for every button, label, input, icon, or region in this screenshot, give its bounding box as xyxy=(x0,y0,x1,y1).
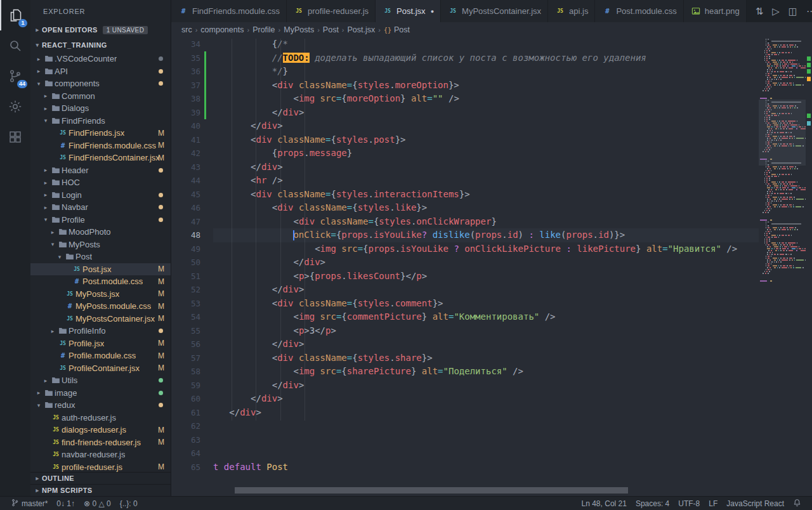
tree-item-navbar-reduser-js[interactable]: JSnavbar-reduser.js xyxy=(30,448,171,461)
code-line[interactable]: 34 {/* xyxy=(171,37,759,51)
minimap[interactable] xyxy=(759,37,812,496)
tree-item-dialogs-reduser-js[interactable]: JSdialogs-reduser.jsM xyxy=(30,424,171,436)
code-line[interactable]: 54 <img src={commentPicture} alt="Коммен… xyxy=(171,310,759,324)
line-number[interactable]: 42 xyxy=(171,147,200,160)
line-number[interactable]: 55 xyxy=(171,324,200,338)
tree-item-findfriendscontainer-jsx[interactable]: JSFindFriendsContainer.jsxM xyxy=(30,152,171,164)
tree-item-moodphoto[interactable]: ▸MoodPhoto xyxy=(30,226,171,239)
line-number[interactable]: 37 xyxy=(171,79,200,93)
line-number[interactable]: 48 xyxy=(171,228,200,242)
code-line[interactable]: 50 </div> xyxy=(171,256,759,270)
code-line[interactable]: 47 <div className={styles.onClickWrapper… xyxy=(171,215,759,229)
line-number[interactable]: 61 xyxy=(171,406,200,420)
tree-item-profile-module-css[interactable]: #Profile.module.cssM xyxy=(30,350,171,362)
branch-status[interactable]: master* xyxy=(6,499,52,509)
line-number[interactable]: 63 xyxy=(171,433,200,447)
breadcrumb-item[interactable]: MyPosts xyxy=(284,25,314,34)
eol[interactable]: LF xyxy=(704,499,722,508)
code-line[interactable]: 53 <div className={styles.comment}> xyxy=(171,297,759,311)
tree-item-post-jsx[interactable]: JSPost.jsxM xyxy=(30,263,171,276)
breadcrumb-item[interactable]: Post xyxy=(323,25,339,34)
line-number[interactable]: 44 xyxy=(171,174,200,188)
tree-item-find-friends-reduser-js[interactable]: JSfind-friends-reduser.jsM xyxy=(30,436,171,449)
line-number[interactable]: 51 xyxy=(171,270,200,284)
horizontal-scrollbar[interactable] xyxy=(235,487,628,494)
tree-item-login[interactable]: ▸Login xyxy=(30,189,171,202)
line-number[interactable]: 53 xyxy=(171,297,200,311)
code-editor[interactable]: 34 {/*35 //TODO: доделать выпадающий спи… xyxy=(171,37,759,496)
cursor-position[interactable]: Ln 48, Col 21 xyxy=(577,499,631,508)
code-line[interactable]: 39 </div> xyxy=(171,106,759,120)
line-number[interactable]: 58 xyxy=(171,365,200,379)
line-number[interactable]: 49 xyxy=(171,242,200,256)
extensions-icon[interactable] xyxy=(0,122,30,152)
tree-item-navbar[interactable]: ▸Navbar xyxy=(30,201,171,214)
tree-item--vscodecounter[interactable]: ▸.VSCodeCounter xyxy=(30,53,171,65)
breadcrumb-symbol[interactable]: {}Post xyxy=(384,25,410,34)
tree-item-post-module-css[interactable]: #Post.module.cssM xyxy=(30,275,171,288)
line-number[interactable]: 43 xyxy=(171,160,200,174)
tree-item-profilecontainer-jsx[interactable]: JSProfileContainer.jsxM xyxy=(30,362,171,375)
breadcrumb-item[interactable]: components xyxy=(200,25,244,34)
line-number[interactable]: 60 xyxy=(171,392,200,406)
language-mode[interactable]: JavaScript React xyxy=(722,499,789,508)
tab-heart-png[interactable]: heart.png xyxy=(684,0,747,22)
tab-api-js[interactable]: JSapi.js xyxy=(548,0,595,22)
tree-item-header[interactable]: ▸Header xyxy=(30,164,171,177)
code-line[interactable]: 36 */} xyxy=(171,65,759,79)
tree-item-profile-jsx[interactable]: JSProfile.jsxM xyxy=(30,337,171,350)
tree-item-post[interactable]: ▾Post xyxy=(30,251,171,263)
line-number[interactable]: 47 xyxy=(171,215,200,229)
line-number[interactable]: 38 xyxy=(171,92,200,106)
tab-mypostscontainer-jsx[interactable]: JSMyPostsContainer.jsx xyxy=(441,0,548,22)
tree-item-common[interactable]: ▸Common xyxy=(30,90,171,103)
line-number[interactable]: 36 xyxy=(171,65,200,79)
dirty-indicator[interactable]: ● xyxy=(431,8,434,15)
code-line[interactable]: 45 <div className={styles.interactionIte… xyxy=(171,188,759,202)
code-line[interactable]: 41 <div className={styles.post}> xyxy=(171,133,759,147)
more-actions-icon[interactable]: ⋯ xyxy=(806,6,812,17)
section-npm-scripts[interactable]: ▸NPM SCRIPTS xyxy=(30,484,171,496)
open-editors-header[interactable]: ▸ OPEN EDITORS 1 UNSAVED xyxy=(30,22,171,37)
line-number[interactable]: 65 xyxy=(171,461,200,474)
tree-item-dialogs[interactable]: ▸Dialogs xyxy=(30,102,171,115)
tree-item-components[interactable]: ▾components xyxy=(30,77,171,90)
section-outline[interactable]: ▸OUTLINE xyxy=(30,472,171,484)
code-line[interactable]: 35 //TODO: доделать выпадающий список у … xyxy=(171,51,759,65)
open-changes-icon[interactable]: ⇅ xyxy=(756,6,764,17)
sync-status[interactable]: 0↓ 1↑ xyxy=(52,499,79,508)
source-control-icon[interactable]: 44 xyxy=(0,61,30,91)
explorer-icon[interactable]: 1 xyxy=(0,0,30,30)
tree-item-myposts-jsx[interactable]: JSMyPosts.jsxM xyxy=(30,288,171,301)
indentation[interactable]: Spaces: 4 xyxy=(631,499,674,508)
tab-post-jsx[interactable]: JSPost.jsx● xyxy=(376,0,441,22)
tree-item-image[interactable]: ▸image xyxy=(30,387,171,400)
code-line[interactable]: 43 </div> xyxy=(171,160,759,174)
code-line[interactable]: 58 <img src={sharePicture} alt="Поделить… xyxy=(171,365,759,379)
code-line[interactable]: 63 xyxy=(171,433,759,447)
line-number[interactable]: 52 xyxy=(171,283,200,297)
tree-item-profile[interactable]: ▾Profile xyxy=(30,214,171,226)
code-line[interactable]: 65export default Post xyxy=(171,461,759,474)
code-line[interactable]: 40 </div> xyxy=(171,119,759,133)
minimap-slider[interactable] xyxy=(759,100,806,166)
tab-profile-reduser-js[interactable]: JSprofile-reduser.js xyxy=(287,0,376,22)
tree-item-findfriends-jsx[interactable]: JSFindFriends.jsxM xyxy=(30,127,171,140)
line-number[interactable]: 40 xyxy=(171,119,200,133)
line-number[interactable]: 35 xyxy=(171,51,200,65)
code-line[interactable]: 55 <p>3</p> xyxy=(171,324,759,338)
line-number[interactable]: 46 xyxy=(171,201,200,215)
code-line[interactable]: 46 <div className={styles.like}> xyxy=(171,201,759,215)
problems-status[interactable]: ⊗ 0 △ 0 xyxy=(79,499,115,508)
breadcrumb-item[interactable]: Profile xyxy=(252,25,275,34)
code-line[interactable]: 64 xyxy=(171,447,759,461)
breadcrumb-item[interactable]: src xyxy=(181,25,192,34)
line-number[interactable]: 62 xyxy=(171,419,200,433)
tree-item-myposts-module-css[interactable]: #MyPosts.module.cssM xyxy=(30,300,171,313)
line-number[interactable]: 45 xyxy=(171,188,200,202)
tab-findfriends-module-css[interactable]: #FindFriends.module.css xyxy=(171,0,287,22)
line-number[interactable]: 57 xyxy=(171,351,200,365)
notifications[interactable] xyxy=(789,499,806,509)
line-number[interactable]: 39 xyxy=(171,106,200,120)
code-line[interactable]: 38 <img src={moreOption} alt="" /> xyxy=(171,92,759,106)
